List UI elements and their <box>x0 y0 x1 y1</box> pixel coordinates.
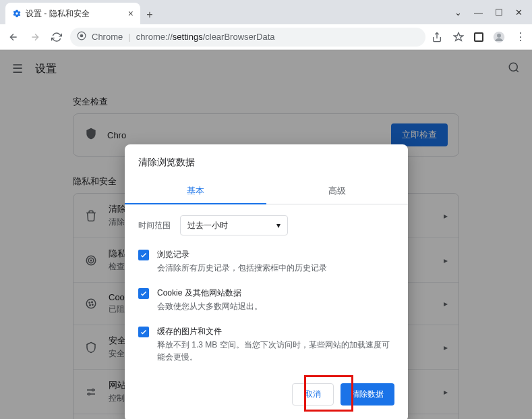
maximize-icon[interactable]: ☐ <box>495 7 503 18</box>
chk-title: Cookie 及其他网站数据 <box>157 287 262 299</box>
chk-sub: 会清除所有历史记录，包括搜索框中的历史记录 <box>157 262 327 274</box>
back-button[interactable] <box>5 29 22 45</box>
dropdown-arrow-icon: ▾ <box>276 221 280 230</box>
minimize-icon[interactable]: — <box>474 7 483 18</box>
checkbox-item-cache[interactable]: 缓存的图片和文件释放不到 1.3 MB 空间。当您下次访问时，某些网站的加载速度… <box>125 319 408 370</box>
tab-close-icon[interactable]: × <box>128 8 134 19</box>
clear-data-dialog: 清除浏览数据 基本 高级 时间范围 过去一小时 ▾ 浏览记录会清除所有历史记录，… <box>125 144 408 419</box>
new-tab-button[interactable]: + <box>140 5 159 24</box>
checkbox-item-history[interactable]: 浏览记录会清除所有历史记录，包括搜索框中的历史记录 <box>125 242 408 281</box>
profile-icon[interactable] <box>493 31 505 43</box>
dialog-actions: 取消 清除数据 <box>125 370 408 411</box>
browser-toolbar: Chrome | chrome://settings/clearBrowserD… <box>0 24 532 50</box>
url-rest: /clearBrowserData <box>203 32 275 42</box>
time-range-dropdown[interactable]: 过去一小时 ▾ <box>180 215 288 235</box>
url-host: chrome:// <box>136 32 173 42</box>
url-scheme: Chrome <box>92 32 123 42</box>
settings-gear-icon <box>12 9 22 18</box>
dialog-tabs: 基本 高级 <box>125 178 408 204</box>
cancel-button[interactable]: 取消 <box>292 383 334 406</box>
chevron-down-icon[interactable]: ⌄ <box>454 7 462 18</box>
forward-button[interactable] <box>27 29 43 45</box>
clear-data-button[interactable]: 清除数据 <box>341 383 394 406</box>
window-controls: ⌄ — ☐ ✕ <box>454 0 532 24</box>
window-titlebar: 设置 - 隐私和安全 × + ⌄ — ☐ ✕ <box>0 0 532 24</box>
time-range-value: 过去一小时 <box>187 220 228 231</box>
address-bar[interactable]: Chrome | chrome://settings/clearBrowserD… <box>70 28 425 47</box>
chk-sub: 释放不到 1.3 MB 空间。当您下次访问时，某些网站的加载速度可能会更慢。 <box>157 339 394 363</box>
svg-point-1 <box>80 34 84 38</box>
menu-dots-icon[interactable]: ⋮ <box>514 31 527 43</box>
checkbox-checked-icon[interactable] <box>138 288 149 299</box>
dialog-title: 清除浏览数据 <box>125 144 408 178</box>
checkbox-item-cookies[interactable]: Cookie 及其他网站数据会致使您从大多数网站退出。 <box>125 281 408 319</box>
checkbox-checked-icon[interactable] <box>138 250 149 260</box>
time-range-row: 时间范围 过去一小时 ▾ <box>125 204 408 242</box>
time-range-label: 时间范围 <box>138 220 171 231</box>
reload-button[interactable] <box>49 29 65 45</box>
chk-title: 缓存的图片和文件 <box>157 326 394 337</box>
star-icon[interactable] <box>452 31 465 43</box>
tab-advanced[interactable]: 高级 <box>266 178 408 204</box>
chrome-logo-icon <box>77 31 86 43</box>
panel-icon[interactable] <box>474 32 483 42</box>
url-bold: settings <box>173 32 203 42</box>
tab-title: 设置 - 隐私和安全 <box>26 8 90 20</box>
tab-basic[interactable]: 基本 <box>125 178 266 204</box>
share-icon[interactable] <box>431 31 443 43</box>
chk-title: 浏览记录 <box>157 249 327 260</box>
chk-sub: 会致使您从大多数网站退出。 <box>157 300 262 312</box>
checkbox-checked-icon[interactable] <box>138 327 149 337</box>
close-window-icon[interactable]: ✕ <box>515 7 523 18</box>
svg-point-3 <box>497 33 501 37</box>
page-body: ☰ 设置 安全检查 Chro 立即检查 隐私和安全 清除清除 ▸ 隐私检查 ▸ <box>0 50 532 419</box>
browser-tab[interactable]: 设置 - 隐私和安全 × <box>5 3 140 24</box>
